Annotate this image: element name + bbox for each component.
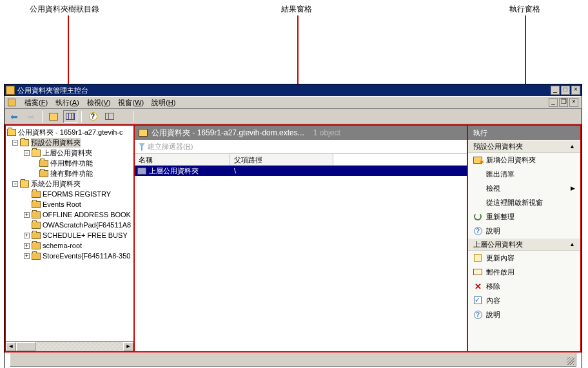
tree-sys-events[interactable]: Events Root [6, 199, 133, 209]
collapse-icon[interactable]: ▲ [569, 241, 575, 247]
submenu-arrow-icon: ▶ [571, 185, 575, 191]
column-name[interactable]: 名稱 [135, 154, 230, 165]
tree-sys-oab[interactable]: + OFFLINE ADDRESS BOOK [6, 209, 133, 220]
column-parent[interactable]: 父項路徑 [230, 154, 333, 165]
expand-icon[interactable]: + [24, 243, 30, 249]
menu-help[interactable]: 說明(H) [152, 98, 175, 108]
folder-icon [39, 160, 48, 167]
tree-sys-eforms[interactable]: EFORMS REGISTRY [6, 189, 133, 199]
minimize-button[interactable]: _ [551, 86, 560, 95]
folder-icon [32, 222, 41, 229]
tree-sys-schema[interactable]: + schema-root [6, 240, 133, 251]
action-view[interactable]: 檢視 ▶ [468, 181, 580, 195]
result-row[interactable]: 上層公用資料夾 \ [135, 166, 467, 176]
tree-sys-owa[interactable]: OWAScratchPad{F64511A8 [6, 220, 133, 230]
back-button[interactable]: ⬅ [7, 110, 21, 123]
action-section-top-pf[interactable]: 上層公用資料夾 ▲ [468, 238, 580, 251]
collapse-icon[interactable]: − [24, 150, 30, 156]
annotation-result-label: 結果窗格 [281, 4, 312, 15]
tree-has-mail[interactable]: 擁有郵件功能 [6, 168, 133, 179]
child-minimize-button[interactable]: _ [549, 98, 558, 107]
folder-icon [32, 191, 41, 198]
expand-icon[interactable]: + [24, 233, 30, 238]
expand-icon[interactable]: + [24, 253, 30, 259]
update-icon [474, 254, 482, 262]
status-bar [10, 353, 576, 367]
tree-scrollbar[interactable]: ◄ ► [6, 341, 133, 351]
result-count: 1 object [313, 128, 340, 137]
help-icon: ? [89, 112, 97, 121]
folder-icon [32, 201, 41, 208]
up-button[interactable] [46, 110, 61, 123]
action-mail-enable[interactable]: 郵件啟用 [468, 265, 580, 279]
collapse-icon[interactable]: − [12, 181, 18, 187]
row-name: 上層公用資料夾 [149, 166, 199, 176]
menu-view[interactable]: 檢視(V) [87, 98, 111, 108]
maximize-button[interactable]: □ [561, 86, 570, 95]
scroll-thumb[interactable] [16, 342, 35, 351]
toolbar: ⬅ ➡ ? [5, 109, 582, 124]
action-open-new-window[interactable]: 從這裡開啟新視窗 [468, 195, 580, 209]
folder-icon [20, 180, 29, 188]
menu-file[interactable]: 檔案(F) [24, 98, 48, 108]
folder-icon [39, 170, 48, 177]
child-close-button[interactable]: × [569, 98, 578, 107]
scroll-right-icon[interactable]: ► [123, 342, 133, 351]
action-section-default-pf[interactable]: 預設公用資料夾 ▲ [468, 140, 580, 153]
action-update-content[interactable]: 更新內容 [468, 251, 580, 265]
close-button[interactable]: × [571, 86, 580, 95]
action-help2[interactable]: ? 說明 [468, 307, 580, 322]
help-icon: ? [474, 311, 482, 319]
row-parent: \ [234, 167, 236, 175]
folder-icon [32, 232, 41, 239]
menu-window[interactable]: 視窗(W) [118, 98, 144, 108]
tree-system-pf[interactable]: − 系統公用資料夾 [6, 179, 133, 189]
action-export-list[interactable]: 匯出清單 [468, 167, 580, 181]
tree-sys-storeevents[interactable]: + StoreEvents{F64511A8-350 [6, 251, 133, 261]
annotation-overlay: 公用資料夾樹狀目錄 結果窗格 執行窗格 [0, 0, 588, 84]
action-properties[interactable]: 內容 [468, 293, 580, 307]
show-tree-button[interactable] [63, 110, 77, 123]
annotation-result-line [297, 15, 299, 84]
tree-root[interactable]: 公用資料夾 - 1659r1-a27.gtevih-c [6, 127, 133, 137]
tree-suspend-mail[interactable]: 停用郵件功能 [6, 158, 133, 168]
folder-icon [32, 253, 41, 260]
arrow-right-icon: ➡ [27, 111, 35, 122]
forward-button[interactable]: ➡ [24, 110, 38, 123]
action-pane: 執行 預設公用資料夾 ▲ ✶ 新增公用資料夾 匯出清單 檢視 ▶ [468, 124, 582, 353]
expand-icon[interactable]: + [24, 212, 30, 218]
action-help[interactable]: ? 說明 [468, 224, 580, 238]
separator-icon [81, 111, 82, 122]
window-title: 公用資料夾管理主控台 [17, 86, 551, 95]
result-header: 公用資料夾 - 1659r1-a27.gtevih-dom.extes... 1… [135, 126, 467, 140]
collapse-icon[interactable]: ▲ [569, 143, 575, 150]
tree-sys-schedule[interactable]: + SCHEDULE+ FREE BUSY [6, 230, 133, 240]
help-button[interactable]: ? [86, 110, 100, 123]
folder-icon [139, 129, 148, 137]
result-title: 公用資料夾 - 1659r1-a27.gtevih-dom.extes... [152, 128, 304, 139]
arrow-left-icon: ⬅ [10, 111, 18, 122]
menu-action[interactable]: 執行(A) [55, 98, 79, 108]
action-new-pf[interactable]: ✶ 新增公用資料夾 [468, 153, 580, 167]
folder-up-icon [49, 113, 58, 121]
action-refresh[interactable]: 重新整理 [468, 209, 580, 224]
panes-container: 公用資料夾 - 1659r1-a27.gtevih-c − 預設公用資料夾 − [5, 124, 582, 353]
main-window: 公用資料夾管理主控台 _ □ × 檔案(F) 執行(A) 檢視(V) 視窗(W)… [4, 84, 582, 368]
scroll-track[interactable] [35, 342, 123, 351]
result-filter-row[interactable]: 建立篩選器(R) [135, 140, 467, 154]
properties-icon [474, 296, 482, 304]
folder-new-icon: ✶ [473, 157, 482, 164]
tree-default-pf[interactable]: − 預設公用資料夾 [6, 137, 133, 148]
help-icon: ? [474, 227, 482, 235]
app-icon [6, 86, 15, 95]
panes-icon [66, 113, 75, 120]
scroll-left-icon[interactable]: ◄ [6, 342, 16, 351]
action-remove[interactable]: ✕ 移除 [468, 279, 580, 293]
list-view-button[interactable] [103, 110, 117, 123]
annotation-action-label: 執行窗格 [509, 4, 540, 15]
collapse-icon[interactable]: − [12, 140, 18, 146]
child-restore-button[interactable]: ❐ [559, 98, 568, 107]
tree-top-pf[interactable]: − 上層公用資料夾 [6, 148, 133, 158]
separator-icon [133, 111, 133, 122]
mail-icon [473, 269, 482, 275]
